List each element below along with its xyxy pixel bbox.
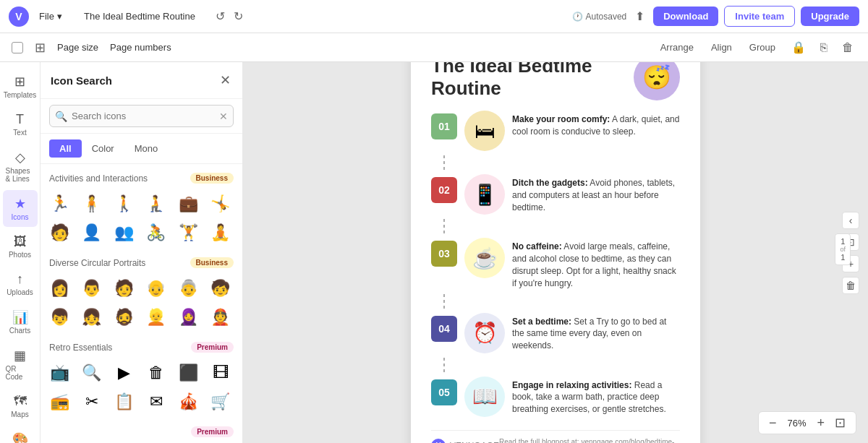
select-all-checkbox[interactable]	[12, 42, 23, 53]
icon-cell[interactable]: 👲	[208, 304, 234, 330]
document-title[interactable]	[72, 7, 207, 25]
icon-cell[interactable]: 🧑	[46, 220, 72, 246]
file-menu[interactable]: File ▾	[35, 8, 67, 25]
invite-team-button[interactable]: Invite team	[724, 6, 795, 27]
icon-cell[interactable]: 🏋	[175, 220, 201, 246]
step-05: 05 📖 Engage in relaxing activities: Read…	[431, 372, 680, 421]
filter-color[interactable]: Color	[82, 139, 124, 158]
icon-cell[interactable]: 👦	[46, 304, 72, 330]
icon-cell[interactable]: 🧘	[208, 220, 234, 246]
secondary-toolbar: ⊞ Page size Page numbers Arrange Align G…	[0, 33, 868, 62]
icon-cell[interactable]: 🗑	[143, 360, 169, 386]
sidebar-item-icons[interactable]: ★ Icons	[3, 190, 38, 227]
grid-toggle-icon[interactable]: ⊞	[35, 40, 46, 56]
icon-cell[interactable]: 👱	[143, 304, 169, 330]
step-num-02: 02	[431, 177, 457, 203]
sidebar-item-qr[interactable]: ▦ QR Code	[3, 342, 38, 387]
icon-cell[interactable]: 🔍	[79, 360, 105, 386]
lock-icon[interactable]: 🔒	[788, 38, 809, 57]
icon-cell[interactable]: 📻	[46, 389, 72, 415]
icon-cell[interactable]: 🏃	[46, 191, 72, 217]
icon-cell[interactable]: 💼	[175, 191, 201, 217]
icon-cell[interactable]: 🎞	[208, 360, 234, 386]
step-01: 01 🛏 Make your room comfy: A dark, quiet…	[431, 106, 680, 155]
arrange-button[interactable]: Arrange	[656, 39, 698, 56]
panel-close-button[interactable]: ✕	[218, 71, 232, 90]
venngage-logo: V VENNGAGE	[431, 439, 499, 443]
icon-cell[interactable]: 🚴	[143, 220, 169, 246]
icon-cell[interactable]: 👨	[79, 275, 105, 301]
icon-cell[interactable]: 👥	[111, 220, 137, 246]
search-input[interactable]	[49, 105, 234, 127]
zoom-in-button[interactable]: +	[814, 416, 827, 431]
icon-cell[interactable]: 🎪	[175, 389, 201, 415]
icon-cell[interactable]: 🛒	[208, 389, 234, 415]
step-text-02: Ditch the gadgets: Avoid phones, tablets…	[512, 174, 680, 213]
icon-cell[interactable]: 🧍	[79, 191, 105, 217]
download-button[interactable]: Download	[653, 7, 718, 26]
canvas-area: The Ideal Bedtime Routine 😴 01 🛏 Make yo…	[243, 62, 868, 443]
sleep-icon: 😴	[634, 62, 680, 100]
copy-icon[interactable]: ⎘	[817, 38, 830, 57]
search-input-wrap: 🔍 ✕	[49, 105, 234, 127]
icon-cell[interactable]: 🚶	[111, 191, 137, 217]
align-button[interactable]: Align	[707, 39, 736, 56]
autosaved-status: 🕐 Autosaved	[572, 12, 627, 22]
step-img-04: ⏰	[464, 313, 505, 353]
icon-cell[interactable]: 🧔	[111, 304, 137, 330]
sidebar-item-uploads[interactable]: ↑ Uploads	[3, 266, 38, 302]
icon-cell[interactable]: ✉	[143, 389, 169, 415]
icon-cell[interactable]: 👤	[79, 220, 105, 246]
icon-cell[interactable]: 📋	[111, 389, 137, 415]
icon-cell[interactable]: 🧎	[143, 191, 169, 217]
icon-cell[interactable]: ▶	[111, 360, 137, 386]
filter-mono[interactable]: Mono	[124, 139, 169, 158]
shapes-icon: ◇	[15, 150, 25, 165]
redo-button[interactable]: ↻	[231, 7, 246, 26]
maps-icon: 🗺	[14, 394, 27, 409]
icon-grid-retro: 📺 🔍 ▶ 🗑 ⬛ 🎞 📻 ✂ 📋 ✉ 🎪 🛒	[46, 360, 237, 415]
icon-cell[interactable]: 👩	[46, 275, 72, 301]
clear-search-icon[interactable]: ✕	[219, 111, 228, 122]
step-03: 03 ☕ No caffeine: Avoid large meals, caf…	[431, 233, 680, 293]
trash-icon[interactable]: 🗑	[839, 38, 856, 57]
collapse-panel-button[interactable]: ‹	[842, 212, 859, 229]
icon-cell[interactable]: 👴	[143, 275, 169, 301]
icon-cell[interactable]: 👵	[175, 275, 201, 301]
infographic-footer: V VENNGAGE Read the full blogpost at: ve…	[431, 430, 680, 443]
sidebar-item-templates[interactable]: ⊞ Templates	[3, 68, 38, 105]
section-retro: Retro Essentials Premium 📺 🔍 ▶ 🗑 ⬛ 🎞 📻 ✂…	[46, 339, 237, 415]
canvas-scroll[interactable]: The Ideal Bedtime Routine 😴 01 🛏 Make yo…	[243, 62, 868, 443]
connector-2	[443, 219, 445, 233]
icon-cell[interactable]: ✂	[79, 389, 105, 415]
page-size-label[interactable]: Page size	[57, 42, 98, 53]
sidebar-item-charts[interactable]: 📊 Charts	[3, 304, 38, 340]
filter-all[interactable]: All	[49, 139, 82, 158]
sidebar-item-styles[interactable]: 🎨 Styles	[3, 426, 38, 443]
icon-cell[interactable]: ⬛	[175, 360, 201, 386]
icon-cell[interactable]: 🧒	[208, 275, 234, 301]
undo-button[interactable]: ↺	[213, 7, 228, 26]
section-activities: Activities and Interactions Business 🏃 🧍…	[46, 170, 237, 246]
icon-cell[interactable]: 📺	[46, 360, 72, 386]
infographic-header: The Ideal Bedtime Routine 😴	[431, 62, 680, 100]
sidebar-item-maps[interactable]: 🗺 Maps	[3, 388, 38, 424]
step-img-01: 🛏	[464, 111, 505, 151]
section-header-activities: Activities and Interactions Business	[46, 170, 237, 186]
topbar-right: 🕐 Autosaved ⬆ Download Invite team Upgra…	[572, 6, 859, 27]
sidebar-item-text[interactable]: T Text	[3, 106, 38, 142]
zoom-out-button[interactable]: −	[766, 416, 780, 431]
icon-cell[interactable]: 🤸	[208, 191, 234, 217]
share-button[interactable]: ⬆	[632, 7, 647, 26]
icon-cell[interactable]: 🧕	[175, 304, 201, 330]
sidebar-item-photos[interactable]: 🖼 Photos	[3, 228, 38, 264]
zoom-fit-button[interactable]: ⊡	[832, 415, 848, 431]
charts-icon: 📊	[12, 309, 28, 325]
trash-page-button[interactable]: 🗑	[842, 277, 859, 294]
icon-cell[interactable]: 👧	[79, 304, 105, 330]
group-button[interactable]: Group	[745, 39, 780, 56]
page-numbers-label[interactable]: Page numbers	[110, 42, 171, 53]
icon-cell[interactable]: 🧑	[111, 275, 137, 301]
sidebar-item-shapes[interactable]: ◇ Shapes & Lines	[3, 144, 38, 189]
upgrade-button[interactable]: Upgrade	[801, 7, 859, 26]
